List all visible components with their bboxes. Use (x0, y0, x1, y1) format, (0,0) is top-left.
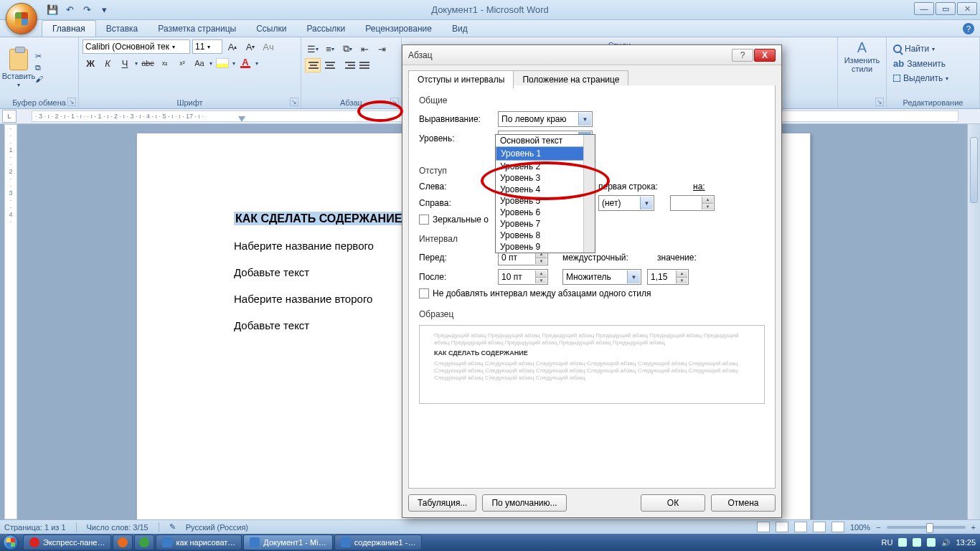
replace-button[interactable]: abЗаменить (890, 57, 980, 70)
status-words[interactable]: Число слов: 3/15 (87, 523, 149, 532)
level-option-1[interactable]: Уровень 1 (496, 146, 595, 161)
minimize-button[interactable]: — (914, 2, 934, 15)
paragraph-launcher[interactable]: ↘ (390, 98, 399, 106)
tab-review[interactable]: Рецензирование (355, 21, 442, 37)
start-button[interactable] (0, 534, 22, 551)
linespacing-dropdown[interactable]: Множитель▼ (562, 269, 641, 285)
tray-icon-1[interactable] (898, 538, 907, 547)
clipboard-launcher[interactable]: ↘ (67, 98, 76, 106)
status-lang[interactable]: Русский (Россия) (186, 523, 248, 532)
dialog-tab-indents[interactable]: Отступы и интервалы (408, 70, 514, 89)
ok-button[interactable]: ОК (641, 494, 705, 512)
bold-button[interactable]: Ж (83, 56, 98, 70)
tray-volume-icon[interactable]: 🔊 (941, 539, 950, 547)
view-print-button[interactable] (757, 522, 770, 532)
clear-format-button[interactable]: Aч (260, 39, 276, 54)
select-button[interactable]: Выделить▾ (890, 72, 980, 85)
align-right-button[interactable] (339, 58, 355, 72)
indent-left-button[interactable]: ⇤ (357, 42, 372, 56)
save-icon[interactable]: 💾 (46, 4, 59, 17)
undo-icon[interactable]: ↶ (63, 4, 76, 17)
maximize-button[interactable]: ▭ (936, 2, 956, 15)
find-button[interactable]: Найти▾ (890, 42, 980, 55)
zoom-in-button[interactable]: + (971, 523, 976, 532)
font-color-button[interactable]: A (237, 56, 253, 70)
italic-button[interactable]: К (100, 56, 116, 70)
align-justify-button[interactable] (357, 58, 372, 72)
shrink-font-button[interactable]: A▾ (242, 39, 258, 54)
bullets-button[interactable]: ☰▾ (305, 42, 321, 56)
indent-right-button[interactable]: ⇥ (374, 42, 390, 56)
help-icon[interactable]: ? (963, 23, 974, 34)
level-list-scrollbar[interactable] (583, 135, 595, 253)
tab-mailings[interactable]: Рассылки (296, 21, 355, 37)
tab-selector[interactable]: L (2, 110, 17, 123)
default-button[interactable]: По умолчанию... (482, 494, 566, 512)
scrollbar-vertical[interactable] (967, 124, 980, 519)
firstline-dropdown[interactable]: (нет)▼ (598, 195, 654, 211)
dialog-help-button[interactable]: ? (732, 49, 753, 62)
noadd-checkbox[interactable] (419, 288, 429, 298)
change-styles-button[interactable]: A Изменить стили (842, 39, 882, 73)
redo-icon[interactable]: ↷ (80, 4, 93, 17)
tray-time[interactable]: 13:25 (956, 538, 976, 547)
zoom-slider[interactable] (887, 526, 966, 529)
level-option-9[interactable]: Уровень 9 (496, 241, 595, 253)
after-spin[interactable]: 10 пт▲▼ (498, 269, 548, 285)
tray-lang[interactable]: RU (882, 538, 893, 547)
task-firefox[interactable] (113, 534, 133, 550)
value-spin[interactable]: 1,15▲▼ (647, 269, 689, 285)
mirror-checkbox[interactable] (419, 215, 429, 225)
level-option-3[interactable]: Уровень 3 (496, 172, 595, 184)
tabs-button[interactable]: Табуляция... (408, 494, 476, 512)
tab-home[interactable]: Главная (42, 20, 96, 37)
close-button[interactable]: ✕ (957, 2, 977, 15)
numbering-button[interactable]: ≡▾ (322, 42, 338, 56)
task-utorrent[interactable] (134, 534, 154, 550)
view-web-button[interactable] (794, 522, 807, 532)
level-option-8[interactable]: Уровень 8 (496, 230, 595, 241)
level-option-2[interactable]: Уровень 2 (496, 161, 595, 172)
tray-icon-3[interactable] (927, 538, 936, 547)
font-launcher[interactable]: ↘ (290, 98, 298, 106)
tab-references[interactable]: Ссылки (246, 21, 296, 37)
multilevel-button[interactable]: ⧉▾ (339, 42, 355, 56)
align-center-button[interactable] (322, 58, 338, 72)
task-word-3[interactable]: содержание1 -… (334, 534, 423, 550)
view-read-button[interactable] (776, 522, 788, 532)
vertical-ruler[interactable]: ···1··2··3··4· (4, 124, 17, 519)
zoom-value[interactable]: 100% (850, 523, 870, 532)
dialog-close-button[interactable]: X (754, 49, 776, 62)
task-word-1[interactable]: как нарисоват… (156, 534, 242, 550)
tab-view[interactable]: Вид (442, 21, 478, 37)
strike-button[interactable]: abc (140, 56, 156, 70)
paste-button[interactable]: Вставить ▾ (4, 49, 34, 88)
cut-button[interactable]: ✂ (35, 52, 45, 62)
superscript-button[interactable]: x² (174, 56, 190, 70)
alignment-dropdown[interactable]: По левому краю▼ (498, 111, 593, 127)
tray-icon-2[interactable] (913, 538, 921, 547)
level-option-5[interactable]: Уровень 5 (496, 195, 595, 207)
highlight-button[interactable] (215, 56, 230, 70)
level-option-7[interactable]: Уровень 7 (496, 218, 595, 230)
level-option-basetext[interactable]: Основной текст (496, 135, 595, 146)
office-button[interactable] (6, 3, 37, 34)
on-spin[interactable]: ▲▼ (670, 195, 715, 211)
task-opera[interactable]: Экспресс-пане… (23, 534, 111, 550)
status-proof-icon[interactable]: ✎ (169, 522, 176, 532)
copy-button[interactable]: ⧉ (35, 63, 45, 73)
font-size-select[interactable]: 11▾ (192, 39, 222, 54)
tab-layout[interactable]: Разметка страницы (148, 21, 246, 37)
level-option-4[interactable]: Уровень 4 (496, 184, 595, 195)
underline-button[interactable]: Ч (117, 56, 133, 70)
styles-launcher[interactable]: ↘ (875, 98, 884, 106)
indent-marker[interactable] (238, 116, 245, 123)
dialog-titlebar[interactable]: Абзац ? X (402, 45, 781, 65)
qat-more-icon[interactable]: ▾ (98, 4, 110, 17)
grow-font-button[interactable]: A▴ (225, 39, 240, 54)
view-draft-button[interactable] (831, 522, 844, 532)
format-painter-button[interactable]: 🖌 (35, 75, 45, 85)
view-outline-button[interactable] (813, 522, 826, 532)
change-case-button[interactable]: Aa (192, 56, 207, 70)
task-word-2[interactable]: Документ1 - Mi… (243, 534, 332, 550)
